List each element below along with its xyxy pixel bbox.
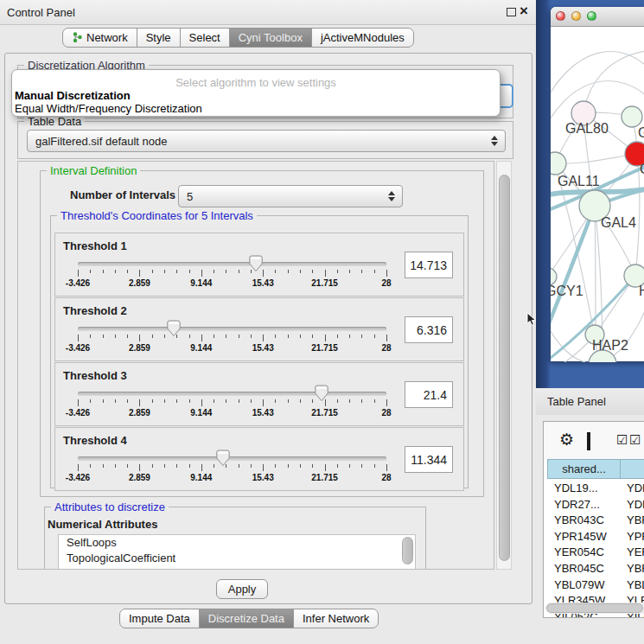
attribute-item[interactable]: BetweennessCentrality xyxy=(59,566,415,570)
tab-network[interactable]: Network xyxy=(62,28,137,48)
stepper-arrows-icon[interactable] xyxy=(385,191,399,201)
table-cell-shared-name[interactable]: YDL19... xyxy=(547,480,627,496)
network-edge[interactable] xyxy=(595,206,596,335)
mode-tab-impute-data[interactable]: Impute Data xyxy=(119,609,200,628)
network-window-titlebar[interactable] xyxy=(551,7,644,27)
slider-track[interactable] xyxy=(78,327,386,331)
algorithm-option-manual[interactable]: Manual Discretization xyxy=(15,89,131,102)
table-cell-name[interactable]: YBL0 xyxy=(620,577,644,593)
apply-button[interactable]: Apply xyxy=(216,579,268,599)
tab-select[interactable]: Select xyxy=(180,28,230,48)
table-cell-shared-name[interactable]: YBR045C xyxy=(547,560,627,577)
checkbox-icon[interactable]: ☑ xyxy=(616,432,628,448)
table-data-group: Table Data galFiltered.sif default node xyxy=(17,121,513,159)
number-of-intervals-combo[interactable]: 5 xyxy=(178,185,403,207)
table-hscrollbar-thumb[interactable] xyxy=(546,603,643,613)
table-cell-shared-name[interactable]: YER054C xyxy=(547,544,627,560)
attribute-item[interactable]: TopologicalCoefficient xyxy=(59,551,415,566)
slider-track[interactable] xyxy=(78,262,386,266)
table-data-combo-value: galFiltered.sif default node xyxy=(28,135,488,148)
tab-cyni-toolbox[interactable]: Cyni Toolbox xyxy=(229,28,312,48)
network-canvas[interactable]: GAL80GACGAL11GAL4GCY1HHAP2 xyxy=(551,27,644,362)
network-edge-highlighted[interactable] xyxy=(551,206,595,340)
desktop-edge-shadow xyxy=(536,0,551,389)
panel-title: Control Panel xyxy=(7,6,75,19)
numerical-attributes-list[interactable]: SelfLoopsTopologicalCoefficientBetweenne… xyxy=(58,534,416,570)
table-toolbar: ⚙ ☑ ☑ xyxy=(544,422,644,459)
slider-thumb[interactable] xyxy=(315,385,328,402)
slider-track[interactable] xyxy=(78,392,386,396)
tab-style[interactable]: Style xyxy=(137,28,181,48)
column-header-name[interactable]: na xyxy=(620,459,644,479)
slider-tick-labels: -3.4262.8599.14415.4321.71528 xyxy=(78,278,386,289)
threshold-value-field[interactable]: 14.713 xyxy=(405,252,453,278)
attribute-item[interactable]: SelfLoops xyxy=(59,535,415,551)
table-data-combo[interactable]: galFiltered.sif default node xyxy=(27,130,506,152)
algorithm-option-equal-width[interactable]: Equal Width/Frequency Discretization xyxy=(15,102,202,115)
tab-label: Impute Data xyxy=(129,612,190,625)
mode-tab-infer-network[interactable]: Infer Network xyxy=(293,609,379,628)
table-cell-shared-name[interactable]: YDR27... xyxy=(547,496,627,513)
network-node-ga[interactable] xyxy=(622,106,642,127)
network-node-label: GAL4 xyxy=(601,215,636,230)
column-header-shared-name[interactable]: shared... xyxy=(547,459,621,479)
slider-ticks xyxy=(78,270,386,277)
threshold-value-field[interactable]: 11.344 xyxy=(405,446,453,473)
float-window-icon[interactable] xyxy=(507,8,516,16)
network-node-label: HAP2 xyxy=(592,338,628,353)
settings-scrollbar-thumb[interactable] xyxy=(499,175,510,561)
column-split-icon[interactable] xyxy=(587,432,590,450)
tab-jactivemnodules[interactable]: jActiveMNodules xyxy=(311,28,414,48)
attributes-list-scrollbar[interactable] xyxy=(402,537,413,564)
minimize-traffic-light[interactable] xyxy=(571,11,581,21)
algorithm-dropdown-popup: Select algorithm to view settings Manual… xyxy=(11,69,501,117)
control-panel-tabs: NetworkStyleSelectCyni ToolboxjActiveMNo… xyxy=(63,28,414,48)
table-cell-name[interactable]: YDL1 xyxy=(620,480,644,496)
slider-thumb[interactable] xyxy=(249,255,263,272)
threshold-label: Threshold 1 xyxy=(63,239,127,252)
checkbox-icon[interactable]: ☑ xyxy=(629,432,641,448)
cyni-mode-tabs: Impute DataDiscretize DataInfer Network xyxy=(120,609,379,628)
slider-ticks xyxy=(78,399,386,407)
table-data-label: Table Data xyxy=(24,115,85,128)
slider-track[interactable] xyxy=(78,456,386,461)
attributes-group-label: Attributes to discretize xyxy=(51,501,169,513)
apply-button-label: Apply xyxy=(228,583,257,596)
table-hscrollbar-track[interactable] xyxy=(545,603,644,614)
network-node-gcy1[interactable] xyxy=(551,268,557,285)
network-node-gal11[interactable] xyxy=(551,152,566,175)
threshold-value-field[interactable]: 6.316 xyxy=(405,316,453,343)
table-cell-name[interactable]: YBR0 xyxy=(620,512,644,528)
table-cell-name[interactable]: YPR1 xyxy=(620,528,644,545)
thresholds-group-label: Threshold's Coordinates for 5 Intervals xyxy=(57,209,257,222)
threshold-row-1: Threshold 1-3.4262.8599.14415.4321.71528… xyxy=(54,233,464,296)
close-traffic-light[interactable] xyxy=(556,11,565,21)
network-node-label: C xyxy=(640,162,644,176)
threshold-row-3: Threshold 3-3.4262.8599.14415.4321.71528… xyxy=(54,362,464,426)
slider-thumb[interactable] xyxy=(167,320,181,337)
mode-tab-discretize-data[interactable]: Discretize Data xyxy=(199,609,294,628)
table-cell-name[interactable]: YER0 xyxy=(620,544,644,560)
number-of-intervals-value: 5 xyxy=(179,190,385,203)
gear-icon[interactable]: ⚙ xyxy=(559,431,574,448)
table-panel-titlebar: Table Panel xyxy=(536,388,644,416)
table-cell-shared-name[interactable]: YBL079W xyxy=(547,577,627,593)
stepper-arrows-icon[interactable] xyxy=(488,136,501,146)
threshold-row-2: Threshold 2-3.4262.8599.14415.4321.71528… xyxy=(54,297,464,361)
table-cell-name[interactable]: YBR0 xyxy=(620,560,644,577)
tab-label: Cyni Toolbox xyxy=(239,31,303,44)
close-icon[interactable]: × xyxy=(520,3,528,20)
tab-label: Network xyxy=(86,31,128,44)
network-icon xyxy=(72,32,82,42)
slider-tick-labels: -3.4262.8599.14415.4321.71528 xyxy=(78,408,386,418)
network-edge[interactable] xyxy=(583,51,644,113)
table-cell-shared-name[interactable]: YBR043C xyxy=(547,512,627,528)
table-cell-name[interactable]: YDR2 xyxy=(620,496,644,513)
slider-thumb[interactable] xyxy=(216,450,230,467)
settings-scrollbar-track[interactable] xyxy=(496,161,512,570)
table-cell-shared-name[interactable]: YPR145W xyxy=(547,528,627,545)
zoom-traffic-light[interactable] xyxy=(587,11,596,21)
network-node-label: GAL11 xyxy=(558,174,600,188)
threshold-value-field[interactable]: 21.4 xyxy=(405,381,453,408)
slider-tick-labels: -3.4262.8599.14415.4321.71528 xyxy=(78,343,386,354)
